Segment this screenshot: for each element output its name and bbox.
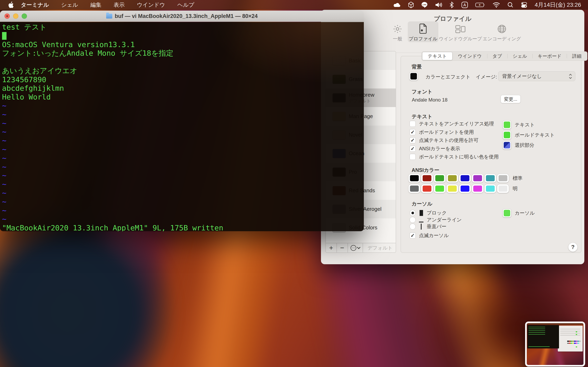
menu-item[interactable]: ヘルプ [171, 0, 200, 10]
settings-tab[interactable]: 詳細 [567, 52, 587, 60]
control-center-icon[interactable] [517, 0, 531, 10]
screenshot-preview-thumbnail[interactable] [525, 322, 585, 367]
ansi-color [448, 175, 457, 181]
color-well[interactable] [503, 141, 511, 149]
battery-charging-icon[interactable] [472, 0, 489, 10]
settings-tab[interactable]: ウインドウ [452, 52, 487, 60]
settings-tab[interactable]: テキスト [422, 52, 452, 60]
checkbox[interactable] [410, 146, 416, 152]
toolbar-item-encodings[interactable]: エンコーディング [484, 21, 520, 42]
apple-menu-icon[interactable] [8, 1, 14, 8]
terminal-row: OS:macOS Ventura version13.3.1 [2, 40, 364, 49]
color-swatch [504, 142, 510, 149]
color-well-label: テキスト [515, 122, 535, 128]
settings-tab[interactable]: タブ [487, 52, 507, 60]
folder-icon [106, 14, 112, 18]
ansi-color-swatch[interactable] [434, 174, 445, 183]
checkbox-label: ボールドテキストに明るい色を使用 [419, 154, 499, 160]
terminal-content[interactable]: test テスト OS:macOS Ventura version13.3.1 … [0, 22, 364, 231]
checkbox-row: テキストをアンチエイリアス処理 [410, 120, 494, 127]
line-app-icon[interactable]: LINE [417, 0, 432, 10]
toolbar-item-window-groups[interactable]: ウインドウグループ [440, 21, 481, 42]
ansi-color [461, 185, 469, 192]
ansi-color-swatch[interactable] [459, 174, 471, 183]
terminal-window[interactable]: buf — vi MacBookAir2020_13.3inch_AppleM1… [0, 11, 364, 231]
cube-icon[interactable] [405, 0, 417, 10]
terminal-titlebar[interactable]: buf — vi MacBookAir2020_13.3inch_AppleM1… [0, 11, 364, 22]
terminal-text: ~ [2, 101, 7, 110]
terminal-text: ~ [2, 136, 7, 145]
ansi-color-swatch[interactable] [497, 184, 509, 193]
set-default-button[interactable]: デフォルト [363, 243, 396, 252]
ansi-color-swatch[interactable] [447, 184, 458, 193]
terminal-row [2, 32, 364, 40]
preview-settings-window [558, 325, 583, 351]
color-well[interactable] [503, 131, 511, 139]
ansi-color-swatch[interactable] [472, 184, 484, 193]
ansi-color-swatch[interactable] [434, 184, 445, 193]
cursor-well-label: カーソル [515, 210, 535, 216]
checkbox-row: ANSIカラーを表示 [410, 145, 460, 152]
ansi-bright-row: 明 [408, 184, 518, 193]
cursor-shape-icon [419, 210, 424, 216]
terminal-row: ~ [2, 180, 364, 189]
ansi-color-swatch[interactable] [421, 174, 433, 183]
radio-button[interactable] [410, 224, 416, 230]
cloud-icon[interactable] [389, 0, 405, 10]
terminal-text: ~ [2, 163, 7, 171]
radio-button[interactable] [410, 210, 416, 216]
terminal-title-text: buf — vi MacBookAir2020_13.3inch_AppleM1… [115, 13, 258, 19]
ansi-color-swatch[interactable] [497, 174, 509, 183]
input-source-icon[interactable]: A [458, 0, 472, 10]
settings-tab[interactable]: シェル [507, 52, 532, 60]
checkbox[interactable] [410, 137, 416, 143]
ansi-color-swatch[interactable] [408, 174, 420, 183]
menu-item[interactable]: 表示 [107, 0, 131, 10]
change-font-button[interactable]: 変更... [501, 95, 521, 103]
ansi-color-swatch[interactable] [408, 184, 420, 193]
menu-bar-clock[interactable]: 4月14日(金) 23:26 [531, 1, 588, 9]
help-button[interactable]: ? [568, 243, 577, 252]
add-profile-button[interactable]: + [326, 243, 337, 252]
ansi-color-swatch[interactable] [447, 174, 458, 183]
zoom-button[interactable] [22, 13, 27, 19]
cursor-color-row: カーソル [503, 209, 535, 217]
checkbox[interactable] [410, 129, 416, 135]
blink-cursor-checkbox[interactable] [410, 233, 416, 239]
background-color-well[interactable] [410, 72, 418, 80]
spotlight-search-icon[interactable] [504, 0, 517, 10]
remove-profile-button[interactable]: − [337, 243, 348, 252]
ellipsis-icon: ⋯ [351, 245, 356, 251]
ansi-color-swatch[interactable] [484, 184, 496, 193]
ansi-standard-swatches [408, 174, 509, 183]
ansi-color-swatch[interactable] [472, 174, 484, 183]
menu-item[interactable]: ターミナル [21, 0, 55, 10]
toolbar-item-profiles[interactable]: プロファイル [408, 21, 438, 42]
ansi-color-swatch[interactable] [459, 184, 471, 193]
checkbox-label: ANSIカラーを表示 [419, 145, 460, 152]
ansi-color [435, 185, 444, 192]
checkbox-row: 点滅テキストの使用を許可 [410, 137, 478, 144]
wifi-icon[interactable] [489, 0, 504, 10]
more-actions-button[interactable]: ⋯ [348, 243, 363, 252]
menu-item[interactable]: ウインドウ [131, 0, 171, 10]
bluetooth-icon[interactable] [446, 0, 458, 10]
toolbar-item-general[interactable]: 一般 [387, 21, 408, 42]
menu-item[interactable]: 編集 [84, 0, 107, 10]
checkbox-label: 点滅テキストの使用を許可 [419, 137, 478, 143]
volume-icon[interactable] [432, 0, 446, 10]
color-well[interactable] [503, 121, 511, 129]
checkbox[interactable] [410, 154, 416, 160]
settings-tab[interactable]: キーボード [532, 52, 567, 60]
background-image-dropdown[interactable]: 背景イメージなし [498, 71, 575, 81]
close-button[interactable] [4, 13, 10, 19]
menu-item[interactable]: シェル [55, 0, 84, 10]
background-section-header: 背景 [412, 63, 422, 70]
menu-bar: ターミナルシェル編集表示ウインドウヘルプ LINE A [0, 0, 588, 10]
radio-button[interactable] [410, 217, 416, 223]
ansi-color-swatch[interactable] [421, 184, 433, 193]
cursor-color-well[interactable] [503, 209, 511, 217]
minimize-button[interactable] [13, 13, 18, 19]
checkbox[interactable] [410, 121, 416, 127]
ansi-color-swatch[interactable] [484, 174, 496, 183]
